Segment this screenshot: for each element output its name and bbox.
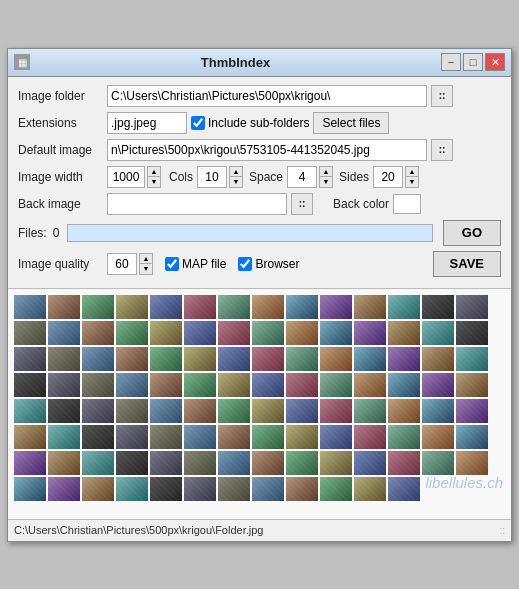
list-item	[286, 425, 318, 449]
cols-up[interactable]: ▲	[230, 167, 242, 178]
list-item	[48, 347, 80, 371]
close-button[interactable]: ✕	[485, 53, 505, 71]
sides-down[interactable]: ▼	[406, 177, 418, 187]
sides-input[interactable]	[373, 166, 403, 188]
list-item	[218, 295, 250, 319]
quality-input[interactable]	[107, 253, 137, 275]
window-icon: ▦	[14, 54, 30, 70]
map-file-checkbox[interactable]	[165, 257, 179, 271]
image-folder-input[interactable]	[107, 85, 427, 107]
list-item	[286, 347, 318, 371]
list-item	[14, 451, 46, 475]
list-item	[320, 321, 352, 345]
list-item	[456, 373, 488, 397]
default-image-row: Default image ::	[18, 139, 501, 161]
image-width-down[interactable]: ▼	[148, 177, 160, 187]
list-item	[388, 451, 420, 475]
list-item	[184, 373, 216, 397]
list-item	[354, 425, 386, 449]
list-item	[150, 399, 182, 423]
list-item	[150, 373, 182, 397]
extensions-input[interactable]	[107, 112, 187, 134]
list-item	[150, 425, 182, 449]
list-item	[48, 373, 80, 397]
list-item	[388, 399, 420, 423]
thumbnail-area: libellules.ch	[8, 289, 511, 519]
image-width-row: Image width ▲ ▼ Cols ▲ ▼ Space	[18, 166, 501, 188]
list-item	[116, 373, 148, 397]
list-item	[14, 425, 46, 449]
list-item	[116, 425, 148, 449]
list-item	[320, 347, 352, 371]
list-item	[354, 373, 386, 397]
list-item	[218, 399, 250, 423]
status-path: C:\Users\Christian\Pictures\500px\krigou…	[14, 524, 263, 536]
space-input[interactable]	[287, 166, 317, 188]
list-item	[184, 477, 216, 501]
list-item	[14, 347, 46, 371]
files-label: Files:	[18, 226, 47, 240]
list-item	[422, 373, 454, 397]
maximize-button[interactable]: □	[463, 53, 483, 71]
sides-up[interactable]: ▲	[406, 167, 418, 178]
list-item	[422, 347, 454, 371]
resize-handle[interactable]: ::	[499, 525, 505, 536]
list-item	[116, 451, 148, 475]
back-image-input[interactable]	[107, 193, 287, 215]
extensions-label: Extensions	[18, 116, 103, 130]
space-up[interactable]: ▲	[320, 167, 332, 178]
image-width-spinner: ▲ ▼	[107, 166, 161, 188]
image-width-input[interactable]	[107, 166, 145, 188]
list-item	[252, 451, 284, 475]
list-item	[422, 399, 454, 423]
save-button[interactable]: SAVE	[433, 251, 501, 277]
cols-label: Cols	[169, 170, 193, 184]
image-folder-browse-button[interactable]: ::	[431, 85, 453, 107]
quality-down[interactable]: ▼	[140, 264, 152, 274]
cols-input[interactable]	[197, 166, 227, 188]
list-item	[456, 347, 488, 371]
browser-checkbox-label[interactable]: Browser	[238, 257, 299, 271]
include-subfolders-checkbox[interactable]	[191, 116, 205, 130]
select-files-button[interactable]: Select files	[313, 112, 389, 134]
list-item	[422, 451, 454, 475]
list-item	[184, 295, 216, 319]
image-width-up[interactable]: ▲	[148, 167, 160, 178]
image-folder-label: Image folder	[18, 89, 103, 103]
image-quality-label: Image quality	[18, 257, 103, 271]
list-item	[14, 477, 46, 501]
browser-checkbox[interactable]	[238, 257, 252, 271]
quality-arrows: ▲ ▼	[139, 253, 153, 275]
thumbnails-grid	[14, 295, 505, 501]
list-item	[82, 295, 114, 319]
back-color-picker[interactable]	[393, 194, 421, 214]
space-down[interactable]: ▼	[320, 177, 332, 187]
back-image-row: Back image :: Back color	[18, 193, 501, 215]
back-image-browse-button[interactable]: ::	[291, 193, 313, 215]
list-item	[184, 451, 216, 475]
files-row: Files: 0 GO	[18, 220, 501, 246]
default-image-input[interactable]	[107, 139, 427, 161]
cols-arrows: ▲ ▼	[229, 166, 243, 188]
map-file-checkbox-label[interactable]: MAP file	[165, 257, 226, 271]
default-image-browse-button[interactable]: ::	[431, 139, 453, 161]
files-count: 0	[53, 226, 60, 240]
cols-down[interactable]: ▼	[230, 177, 242, 187]
minimize-button[interactable]: −	[441, 53, 461, 71]
list-item	[388, 347, 420, 371]
map-file-label: MAP file	[182, 257, 226, 271]
go-button[interactable]: GO	[443, 220, 501, 246]
list-item	[82, 399, 114, 423]
list-item	[456, 321, 488, 345]
quality-up[interactable]: ▲	[140, 254, 152, 265]
image-width-arrows: ▲ ▼	[147, 166, 161, 188]
list-item	[456, 399, 488, 423]
list-item	[218, 451, 250, 475]
sides-arrows: ▲ ▼	[405, 166, 419, 188]
list-item	[48, 425, 80, 449]
include-subfolders-checkbox-label[interactable]: Include sub-folders	[191, 116, 309, 130]
list-item	[48, 295, 80, 319]
list-item	[116, 477, 148, 501]
extensions-row: Extensions Include sub-folders Select fi…	[18, 112, 501, 134]
list-item	[388, 295, 420, 319]
